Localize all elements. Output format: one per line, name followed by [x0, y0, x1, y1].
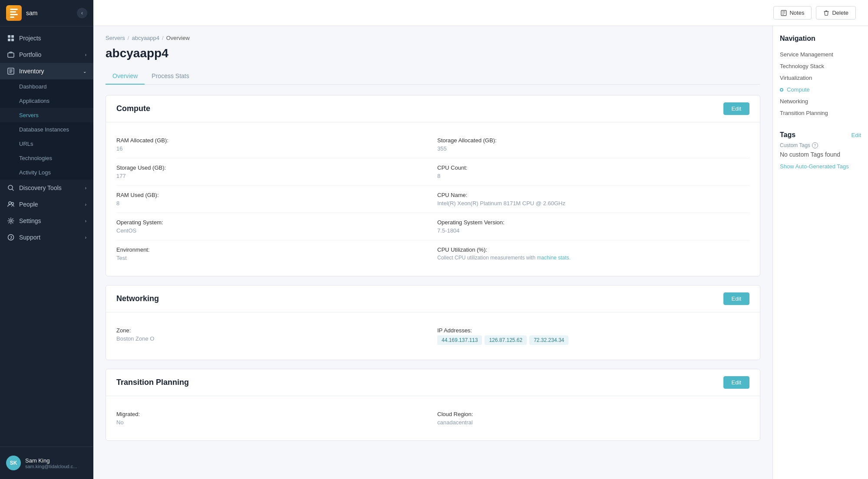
- delete-button[interactable]: Delete: [816, 6, 856, 20]
- right-nav-sm-label: Service Management: [780, 51, 833, 58]
- user-details: Sam King sam.king@tidalcloud.c...: [25, 457, 77, 469]
- right-nav-networking[interactable]: Networking: [780, 95, 861, 107]
- show-auto-generated-tags[interactable]: Show Auto-Generated Tags: [780, 163, 861, 170]
- right-nav-virt-label: Virtualization: [780, 75, 812, 81]
- transition-migrated-value: No: [116, 419, 429, 426]
- settings-icon: [7, 217, 15, 225]
- page-tabs: Overview Process Stats: [106, 68, 760, 85]
- user-info[interactable]: SK Sam King sam.king@tidalcloud.c...: [0, 452, 93, 474]
- sidebar-nav: Projects Portfolio › Inventory ⌄ Dashboa…: [0, 26, 93, 446]
- compute-env-value: Test: [116, 255, 429, 261]
- sidebar-item-label: People: [19, 201, 81, 208]
- machine-stats-link[interactable]: machine stats.: [537, 255, 570, 261]
- sidebar-sub-inventory: Dashboard Applications Servers Database …: [0, 79, 93, 180]
- compute-field-cpu-name: CPU Name: Intel(R) Xeon(R) Platinum 8171…: [437, 192, 749, 207]
- svg-point-9: [10, 220, 12, 222]
- tags-title: Tags: [780, 131, 795, 139]
- compute-field-row-4: Operating System: CentOS Operating Syste…: [116, 213, 749, 240]
- sidebar-item-dashboard[interactable]: Dashboard: [0, 79, 93, 94]
- sidebar-item-label: Settings: [19, 217, 81, 224]
- networking-section: Networking Edit Zone: Boston Zone O IP A…: [106, 285, 760, 360]
- sidebar-item-label: Inventory: [19, 68, 79, 75]
- inventory-chevron-icon: ⌄: [83, 69, 86, 74]
- sidebar: sam ‹ Projects Portfolio › Inventory ⌄: [0, 0, 93, 479]
- compute-os-value: CentOS: [116, 227, 429, 234]
- logo-line-4: [10, 16, 14, 18]
- compute-cpu-count-value: 8: [437, 173, 749, 179]
- top-bar-actions: Notes Delete: [773, 6, 856, 20]
- sidebar-item-label: Projects: [19, 35, 86, 42]
- portfolio-icon: [7, 51, 15, 59]
- networking-edit-button[interactable]: Edit: [723, 292, 749, 305]
- svg-point-8: [12, 203, 14, 205]
- right-nav-virtualization[interactable]: Virtualization: [780, 72, 861, 84]
- custom-tags-label: Custom Tags ?: [780, 142, 861, 148]
- sidebar-item-support[interactable]: Support ›: [0, 229, 93, 246]
- discovery-chevron-icon: ›: [85, 186, 86, 190]
- compute-ram-used-value: 8: [116, 200, 429, 207]
- transition-migrated-label: Migrated:: [116, 411, 429, 417]
- compute-field-ram-allocated: RAM Allocated (GB): 16: [116, 137, 429, 152]
- svg-rect-1: [11, 35, 14, 38]
- sidebar-item-label: Support: [19, 234, 81, 241]
- portfolio-chevron-icon: ›: [85, 52, 86, 57]
- page-content-main: Servers / abcyaapp4 / Overview abcyaapp4…: [93, 26, 772, 479]
- sidebar-item-activity-logs[interactable]: Activity Logs: [0, 165, 93, 180]
- compute-field-row-3: RAM Used (GB): 8 CPU Name: Intel(R) Xeon…: [116, 186, 749, 213]
- svg-rect-3: [11, 39, 14, 41]
- notes-button[interactable]: Notes: [773, 6, 812, 20]
- compute-field-row-5: Environment: Test CPU Utilization (%): C…: [116, 240, 749, 267]
- compute-env-label: Environment:: [116, 246, 429, 253]
- sidebar-item-urls[interactable]: URLs: [0, 137, 93, 151]
- right-nav-technology-stack[interactable]: Technology Stack: [780, 60, 861, 72]
- sidebar-footer: SK Sam King sam.king@tidalcloud.c...: [0, 446, 93, 479]
- sidebar-item-people[interactable]: People ›: [0, 196, 93, 213]
- networking-section-title: Networking: [116, 294, 159, 303]
- breadcrumb-servers[interactable]: Servers: [106, 35, 125, 41]
- sidebar-item-settings[interactable]: Settings ›: [0, 213, 93, 229]
- top-bar: Notes Delete: [93, 0, 868, 26]
- svg-point-10: [8, 235, 14, 240]
- sidebar-collapse-button[interactable]: ‹: [77, 8, 87, 18]
- sidebar-item-label: Discovery Tools: [19, 184, 81, 191]
- transition-field-row: Migrated: No Cloud Region: canadacentral: [116, 405, 749, 432]
- compute-ram-allocated-label: RAM Allocated (GB):: [116, 137, 429, 144]
- compute-edit-button[interactable]: Edit: [723, 102, 749, 115]
- transition-field-cloud-region: Cloud Region: canadacentral: [437, 411, 749, 426]
- logo-line-1: [10, 9, 18, 10]
- tags-edit-button[interactable]: Edit: [851, 132, 861, 138]
- active-dot-icon: [780, 88, 783, 92]
- sidebar-item-inventory[interactable]: Inventory ⌄: [0, 63, 93, 79]
- transition-section-header: Transition Planning Edit: [106, 369, 760, 396]
- breadcrumb-server-name[interactable]: abcyaapp4: [132, 35, 159, 41]
- sidebar-item-servers[interactable]: Servers: [0, 108, 93, 122]
- svg-point-7: [9, 202, 11, 204]
- sidebar-item-database-instances[interactable]: Database Instances: [0, 122, 93, 137]
- networking-field-row: Zone: Boston Zone O IP Addresses: 44.169…: [116, 321, 749, 351]
- transition-edit-button[interactable]: Edit: [723, 376, 749, 389]
- tab-overview[interactable]: Overview: [106, 68, 145, 85]
- compute-os-label: Operating System:: [116, 219, 429, 226]
- networking-section-body: Zone: Boston Zone O IP Addresses: 44.169…: [106, 312, 760, 360]
- discovery-icon: [7, 184, 15, 192]
- right-nav-compute[interactable]: Compute: [780, 84, 861, 95]
- tab-process-stats[interactable]: Process Stats: [145, 68, 196, 85]
- networking-field-ip: IP Addresses: 44.169.137.113 126.87.125.…: [437, 327, 749, 345]
- right-nav-transition-planning[interactable]: Transition Planning: [780, 107, 861, 119]
- sidebar-item-technologies[interactable]: Technologies: [0, 151, 93, 165]
- right-nav-net-label: Networking: [780, 98, 808, 105]
- sidebar-item-portfolio[interactable]: Portfolio ›: [0, 46, 93, 63]
- settings-chevron-icon: ›: [85, 219, 86, 223]
- transition-cloud-region-value: canadacentral: [437, 419, 749, 426]
- compute-cpu-count-label: CPU Count:: [437, 164, 749, 171]
- sidebar-username: sam: [26, 10, 37, 16]
- ip-tag-3: 72.32.234.34: [529, 335, 568, 345]
- compute-cpu-util-note: Collect CPU utilization measurements wit…: [437, 255, 749, 261]
- tags-header: Tags Edit: [780, 131, 861, 139]
- compute-storage-allocated-value: 355: [437, 145, 749, 152]
- sidebar-item-discovery[interactable]: Discovery Tools ›: [0, 180, 93, 196]
- sidebar-item-applications[interactable]: Applications: [0, 94, 93, 108]
- right-nav-service-management[interactable]: Service Management: [780, 49, 861, 60]
- transition-section-title: Transition Planning: [116, 378, 189, 387]
- sidebar-item-projects[interactable]: Projects: [0, 30, 93, 46]
